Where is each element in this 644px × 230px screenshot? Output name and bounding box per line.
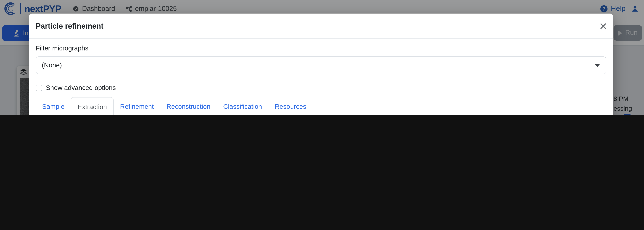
tab-sample[interactable]: Sample [36,97,71,115]
particle-refinement-modal: Particle refinement Filter micrographs (… [29,14,613,115]
filter-micrographs-label: Filter micrographs [36,44,606,52]
settings-tabs: Sample Extraction Refinement Reconstruct… [36,97,606,115]
modal-body: Filter micrographs (None) Show advanced … [29,44,613,115]
tab-classification[interactable]: Classification [217,97,268,115]
modal-title: Particle refinement [36,22,104,30]
app-screen: nextPYP Dashboard [0,0,644,115]
close-icon[interactable] [600,23,606,29]
filter-micrographs-select[interactable]: (None) [36,57,606,74]
advanced-options-row: Show advanced options [36,84,606,92]
tab-resources[interactable]: Resources [268,97,312,115]
modal-header: Particle refinement [29,14,613,39]
select-value: (None) [42,61,62,69]
tab-refinement[interactable]: Refinement [114,97,160,115]
tab-extraction[interactable]: Extraction [71,97,114,115]
tab-reconstruction[interactable]: Reconstruction [160,97,217,115]
chevron-down-icon [595,64,600,67]
advanced-options-label: Show advanced options [46,84,116,92]
advanced-options-checkbox[interactable] [36,85,42,91]
